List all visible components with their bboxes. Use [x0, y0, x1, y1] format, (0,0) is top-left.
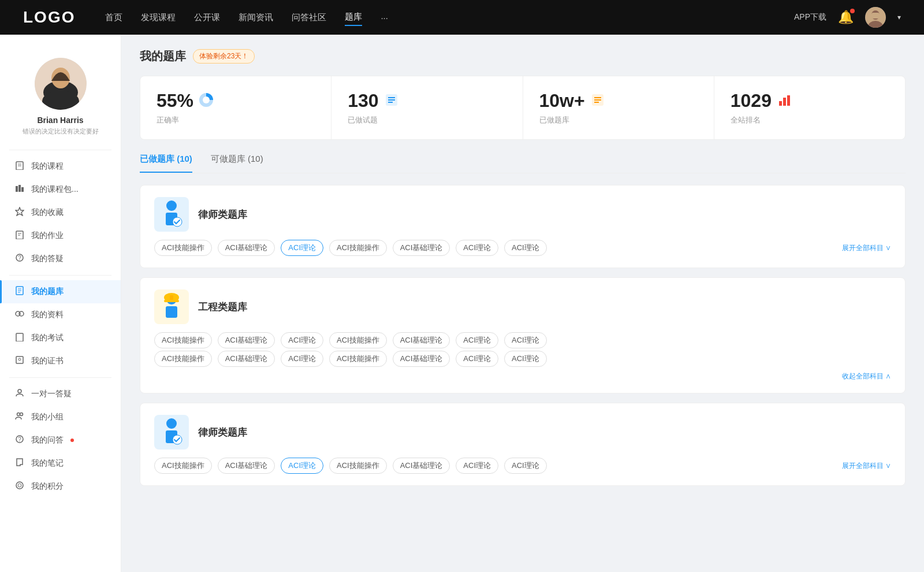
tag[interactable]: ACI基础理论: [393, 332, 450, 348]
star-icon: [14, 207, 25, 218]
svg-point-29: [18, 389, 21, 393]
stat-questions-done: 130 已做试题: [331, 76, 523, 139]
notification-bell[interactable]: 🔔: [838, 10, 854, 25]
main-content: 我的题库 体验剩余23天！ 55% 正确: [121, 35, 924, 572]
user-menu-chevron[interactable]: ▾: [897, 13, 901, 21]
qbank-tags-row-2b: ACI技能操作 ACI基础理论 ACI理论 ACI技能操作 ACI基础理论 AC…: [154, 351, 891, 367]
tag[interactable]: ACI基础理论: [218, 351, 275, 367]
tag[interactable]: ACI技能操作: [154, 458, 212, 474]
tab-available-banks[interactable]: 可做题库 (10): [211, 154, 263, 173]
tag[interactable]: ACI基础理论: [218, 458, 275, 474]
app-download-button[interactable]: APP下载: [794, 12, 826, 23]
user-avatar[interactable]: [865, 7, 886, 28]
exam-icon: [14, 332, 25, 344]
sidebar-item-qa[interactable]: ? 我的答疑: [0, 247, 121, 270]
sidebar-item-notes[interactable]: 我的笔记: [0, 452, 121, 475]
svg-rect-27: [16, 356, 23, 363]
svg-rect-48: [787, 95, 790, 106]
svg-point-49: [166, 200, 177, 211]
nav-quiz[interactable]: 题库: [345, 9, 362, 26]
stat-rank: 1029 全站排名: [714, 76, 905, 139]
sidebar-item-materials[interactable]: 我的资料: [0, 303, 121, 326]
tag[interactable]: ACI理论: [456, 240, 498, 256]
nav-more[interactable]: ···: [381, 10, 388, 25]
tag[interactable]: ACI理论: [504, 351, 547, 367]
sidebar-item-certificate[interactable]: 我的证书: [0, 350, 121, 373]
list-blue-icon: [383, 92, 400, 110]
tag[interactable]: ACI技能操作: [329, 240, 387, 256]
pie-chart-icon: [198, 92, 214, 110]
qbank-tags-row-2a: ACI技能操作 ACI基础理论 ACI理论 ACI技能操作 ACI基础理论 AC…: [154, 332, 891, 348]
divider-1: [9, 150, 111, 150]
expand-link-1[interactable]: 展开全部科目 ∨: [842, 243, 891, 253]
stat-num-questions: 130: [348, 90, 378, 112]
tag[interactable]: ACI理论: [281, 332, 323, 348]
sidebar-label: 我的小组: [31, 412, 64, 422]
sidebar-item-course-package[interactable]: 我的课程包...: [0, 178, 121, 201]
svg-rect-56: [170, 295, 173, 300]
sidebar-item-group[interactable]: 我的小组: [0, 406, 121, 429]
tag[interactable]: ACI基础理论: [393, 458, 450, 474]
svg-rect-26: [16, 333, 23, 341]
tag[interactable]: ACI技能操作: [329, 351, 387, 367]
nav-news[interactable]: 新闻资讯: [239, 10, 273, 25]
tag[interactable]: ACI基础理论: [218, 332, 275, 348]
notes-icon: [14, 458, 25, 469]
svg-marker-14: [16, 207, 24, 216]
tag[interactable]: ACI技能操作: [329, 332, 387, 348]
sidebar-item-homework[interactable]: 我的作业: [0, 224, 121, 247]
tag[interactable]: ACI理论: [504, 332, 547, 348]
qbank-header-3: 律师类题库: [154, 415, 891, 450]
quiz-bank-icon: [14, 286, 25, 298]
qbank-icon-lawyer-2: [154, 415, 189, 450]
qbank-tags-row-3: ACI技能操作 ACI基础理论 ACI理论 ACI技能操作 ACI基础理论 AC…: [154, 458, 891, 474]
tag-active[interactable]: ACI理论: [281, 240, 323, 256]
qbank-header-2: 工程类题库: [154, 289, 891, 324]
tag[interactable]: ACI理论: [456, 458, 498, 474]
svg-rect-13: [21, 187, 24, 192]
sidebar-item-myqa[interactable]: ? 我的问答: [0, 429, 121, 452]
sidebar: Brian Harris 错误的决定比没有决定要好 我的课程 我的课程包... …: [0, 35, 121, 572]
stat-num-rank: 1029: [731, 90, 772, 112]
svg-rect-47: [783, 98, 786, 106]
divider-3: [9, 377, 111, 378]
nav-open-course[interactable]: 公开课: [194, 10, 220, 25]
svg-rect-3: [871, 13, 880, 18]
qbank-name-3: 律师类题库: [198, 426, 247, 439]
tag[interactable]: ACI技能操作: [154, 332, 212, 348]
tag-active[interactable]: ACI理论: [281, 458, 323, 474]
svg-rect-11: [16, 186, 18, 192]
tag[interactable]: ACI理论: [281, 351, 323, 367]
sidebar-label: 我的考试: [31, 333, 64, 343]
myqa-icon: ?: [14, 434, 25, 446]
sidebar-item-points[interactable]: 我的积分: [0, 475, 121, 498]
nav-discover[interactable]: 发现课程: [141, 10, 176, 25]
tab-done-banks[interactable]: 已做题库 (10): [140, 154, 192, 173]
tag[interactable]: ACI理论: [504, 240, 547, 256]
tag[interactable]: ACI理论: [456, 351, 498, 367]
expand-link-3[interactable]: 展开全部科目 ∨: [842, 461, 891, 471]
notification-dot: [850, 9, 855, 13]
nav-home[interactable]: 首页: [105, 10, 122, 25]
tag[interactable]: ACI理论: [456, 332, 498, 348]
tag[interactable]: ACI技能操作: [329, 458, 387, 474]
bar-chart-icon: [776, 92, 792, 110]
tag[interactable]: ACI基础理论: [218, 240, 275, 256]
tag[interactable]: ACI技能操作: [154, 351, 212, 367]
sidebar-item-exam[interactable]: 我的考试: [0, 326, 121, 350]
sidebar-item-courses[interactable]: 我的课程: [0, 155, 121, 178]
tag[interactable]: ACI技能操作: [154, 240, 212, 256]
svg-point-57: [166, 418, 177, 429]
tag[interactable]: ACI基础理论: [393, 240, 450, 256]
qbank-card-lawyer-2: 律师类题库 ACI技能操作 ACI基础理论 ACI理论 ACI技能操作 ACI基…: [140, 403, 906, 486]
tag[interactable]: ACI理论: [504, 458, 547, 474]
stat-num-banks: 10w+: [539, 90, 585, 112]
collapse-link-2[interactable]: 收起全部科目 ∧: [154, 372, 891, 381]
sidebar-item-quiz-bank[interactable]: 我的题库: [0, 280, 121, 303]
nav-qa[interactable]: 问答社区: [292, 10, 326, 25]
sidebar-item-1on1[interactable]: 一对一答疑: [0, 382, 121, 406]
profile-motto: 错误的决定比没有决定要好: [23, 127, 99, 136]
sidebar-item-favorites[interactable]: 我的收藏: [0, 201, 121, 224]
stat-num-correct: 55%: [157, 90, 193, 112]
tag[interactable]: ACI基础理论: [393, 351, 450, 367]
